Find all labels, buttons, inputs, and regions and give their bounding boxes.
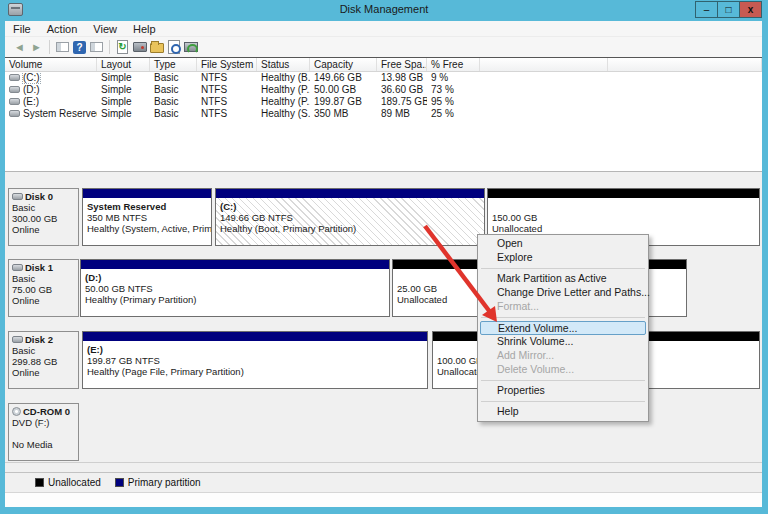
column-header-pct-free[interactable]: % Free	[427, 58, 480, 71]
partition-context-menu: Open Explore Mark Partition as Active Ch…	[477, 234, 649, 422]
menu-item-shrink-volume[interactable]: Shrink Volume...	[479, 335, 647, 349]
toolbar-separator	[109, 40, 110, 54]
disk-2-label[interactable]: Disk 2 Basic 299.88 GB Online	[8, 331, 79, 389]
column-header-volume[interactable]: Volume	[5, 58, 97, 71]
column-header-empty	[480, 58, 608, 71]
column-header-filler	[608, 58, 762, 71]
volume-icon	[9, 86, 20, 93]
disk-1-label[interactable]: Disk 1 Basic 75.00 GB Online	[8, 259, 79, 317]
back-icon: ◄	[14, 41, 25, 53]
action-pane-button[interactable]	[88, 39, 105, 55]
partition-c-selected[interactable]: (C:) 149.66 GB NTFS Healthy (Boot, Prima…	[215, 188, 485, 246]
maximize-button[interactable]: □	[717, 1, 740, 18]
volume-icon	[9, 74, 20, 81]
menu-item-properties[interactable]: Properties	[479, 384, 647, 398]
table-row-d[interactable]: (D:) Simple Basic NTFS Healthy (P... 50.…	[5, 84, 762, 96]
volume-list: Volume Layout Type File System Status Ca…	[5, 57, 762, 171]
cd-icon	[12, 407, 21, 416]
forward-button[interactable]: ►	[28, 39, 45, 55]
legend-unallocated: Unallocated	[35, 477, 101, 488]
help-icon: ?	[73, 41, 86, 54]
window-controls: – □ x	[696, 1, 762, 18]
toolbar: ◄ ► ? ↻	[5, 37, 762, 57]
unallocated-strip	[488, 189, 759, 198]
menu-separator	[481, 317, 645, 318]
window-title: Disk Management	[0, 3, 768, 15]
menu-item-add-mirror: Add Mirror...	[479, 349, 647, 363]
menu-item-delete-volume: Delete Volume...	[479, 363, 647, 377]
primary-partition-strip	[83, 332, 427, 341]
cdrom-0-label[interactable]: CD-ROM 0 DVD (F:) No Media	[8, 403, 79, 461]
column-header-layout[interactable]: Layout	[97, 58, 150, 71]
menu-file[interactable]: File	[5, 22, 39, 36]
primary-partition-strip	[81, 260, 389, 269]
column-header-capacity[interactable]: Capacity	[310, 58, 377, 71]
primary-partition-color-swatch	[115, 478, 124, 487]
view-button[interactable]	[165, 39, 182, 55]
help-button[interactable]: ?	[71, 39, 88, 55]
table-row-e[interactable]: (E:) Simple Basic NTFS Healthy (P... 199…	[5, 96, 762, 108]
disk-properties-icon	[133, 42, 147, 52]
disk-icon	[12, 336, 23, 343]
action-pane-icon	[90, 42, 103, 52]
rescan-disks-icon	[184, 42, 198, 52]
rescan-disks-button[interactable]	[182, 39, 199, 55]
menu-item-explore[interactable]: Explore	[479, 251, 647, 265]
menu-bar: File Action View Help	[5, 21, 762, 37]
menu-item-help[interactable]: Help	[479, 405, 647, 419]
menu-separator	[481, 401, 645, 402]
menu-item-change-drive-letter[interactable]: Change Drive Letter and Paths...	[479, 286, 647, 300]
column-header-file-system[interactable]: File System	[197, 58, 257, 71]
console-tree-button[interactable]	[54, 39, 71, 55]
menu-view[interactable]: View	[85, 22, 125, 36]
volume-icon	[9, 110, 20, 117]
table-row-c[interactable]: (C:) Simple Basic NTFS Healthy (B... 149…	[5, 72, 762, 84]
console-tree-icon	[56, 42, 69, 52]
partition-d[interactable]: (D:) 50.00 GB NTFS Healthy (Primary Part…	[80, 259, 390, 317]
menu-item-mark-partition-active[interactable]: Mark Partition as Active	[479, 272, 647, 286]
back-button[interactable]: ◄	[11, 39, 28, 55]
disk-properties-button[interactable]	[131, 39, 148, 55]
disk-management-window: Disk Management – □ x File Action View H…	[0, 0, 768, 514]
refresh-button[interactable]: ↻	[114, 39, 131, 55]
disk-icon	[12, 264, 23, 271]
explore-button[interactable]	[148, 39, 165, 55]
minimize-button[interactable]: –	[695, 1, 718, 18]
volume-icon	[9, 98, 20, 105]
status-bar	[5, 492, 762, 507]
menu-item-open[interactable]: Open	[479, 237, 647, 251]
magnifier-icon	[168, 40, 180, 54]
title-bar: Disk Management – □ x	[0, 0, 768, 21]
menu-item-format: Format...	[479, 300, 647, 314]
disk-icon	[12, 193, 23, 200]
table-row-system-reserved[interactable]: System Reserved Simple Basic NTFS Health…	[5, 108, 762, 120]
legend-primary-partition: Primary partition	[115, 477, 201, 488]
primary-partition-strip	[216, 189, 484, 198]
close-button[interactable]: x	[739, 1, 762, 18]
divider	[5, 462, 762, 463]
explore-folder-icon	[150, 43, 164, 53]
column-header-free-space[interactable]: Free Spa...	[377, 58, 427, 71]
menu-item-extend-volume[interactable]: Extend Volume...	[480, 321, 646, 335]
primary-partition-strip	[83, 189, 211, 198]
partition-system-reserved[interactable]: System Reserved 350 MB NTFS Healthy (Sys…	[82, 188, 212, 246]
partition-e[interactable]: (E:) 199.87 GB NTFS Healthy (Page File, …	[82, 331, 428, 389]
menu-action[interactable]: Action	[39, 22, 86, 36]
menu-help[interactable]: Help	[125, 22, 164, 36]
legend-bar: Unallocated Primary partition	[5, 472, 762, 492]
forward-icon: ►	[31, 41, 42, 53]
column-header-type[interactable]: Type	[150, 58, 197, 71]
refresh-icon: ↻	[117, 40, 128, 54]
column-header-status[interactable]: Status	[257, 58, 310, 71]
menu-separator	[481, 268, 645, 269]
disk-0-label[interactable]: Disk 0 Basic 300.00 GB Online	[8, 188, 79, 246]
unallocated-color-swatch	[35, 478, 44, 487]
volume-list-header: Volume Layout Type File System Status Ca…	[5, 58, 762, 72]
menu-separator	[481, 380, 645, 381]
toolbar-separator	[49, 40, 50, 54]
